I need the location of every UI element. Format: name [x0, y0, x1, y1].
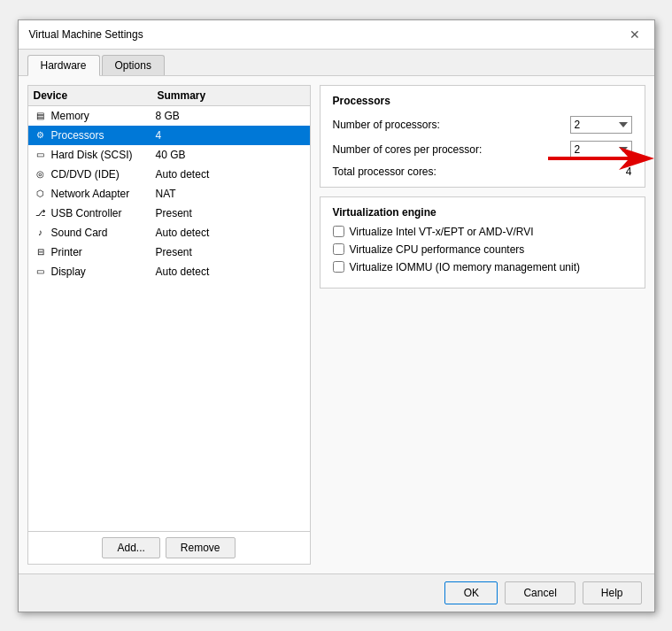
cancel-button[interactable]: Cancel: [505, 581, 575, 604]
device-row-processors[interactable]: ⚙ Processors 4: [28, 126, 310, 145]
device-summary-usb: Present: [156, 207, 305, 219]
add-button[interactable]: Add...: [102, 537, 159, 558]
device-row-printer[interactable]: ⊟ Printer Present: [28, 242, 310, 262]
device-summary-sound: Auto detect: [156, 227, 305, 239]
cpu-perf-label: Virtualize CPU performance counters: [350, 243, 525, 256]
device-table-header: Device Summary: [28, 86, 310, 106]
device-summary-memory: 8 GB: [156, 110, 305, 122]
total-cores-value: 4: [626, 165, 632, 178]
remove-button[interactable]: Remove: [166, 537, 236, 558]
network-icon: ⬡: [34, 187, 48, 201]
num-processors-row: Number of processors: 1 2 4 8: [333, 116, 632, 134]
hard-disk-icon: ▭: [34, 148, 48, 162]
virt-section-title: Virtualization engine: [333, 206, 632, 219]
vt-x-label: Virtualize Intel VT-x/EPT or AMD-V/RVI: [350, 226, 534, 238]
device-name-sound: Sound Card: [51, 227, 156, 239]
ok-button[interactable]: OK: [444, 581, 498, 604]
device-name-display: Display: [51, 265, 156, 278]
processors-section-title: Processors: [333, 95, 632, 107]
device-summary-cdvd: Auto detect: [156, 168, 305, 181]
cores-per-row: Number of cores per processor: 1 2 4 8: [333, 141, 632, 158]
device-row-network[interactable]: ⬡ Network Adapter NAT: [28, 184, 310, 204]
dialog-title: Virtual Machine Settings: [29, 28, 143, 41]
device-row-hard-disk[interactable]: ▭ Hard Disk (SCSI) 40 GB: [28, 145, 310, 165]
device-row-cdvd[interactable]: ◎ CD/DVD (IDE) Auto detect: [28, 165, 310, 184]
close-button[interactable]: ✕: [626, 27, 644, 42]
device-summary-processors: 4: [156, 129, 305, 142]
device-summary-network: NAT: [156, 188, 305, 200]
device-row-usb[interactable]: ⎇ USB Controller Present: [28, 204, 310, 223]
device-name-network: Network Adapter: [51, 188, 156, 200]
num-processors-label: Number of processors:: [333, 119, 570, 131]
sound-icon: ♪: [34, 226, 48, 240]
right-panel: Processors Number of processors: 1 2 4 8…: [320, 85, 645, 565]
device-summary-printer: Present: [156, 246, 305, 258]
tab-hardware[interactable]: Hardware: [27, 55, 100, 76]
device-row-sound[interactable]: ♪ Sound Card Auto detect: [28, 223, 310, 242]
iommu-label: Virtualize IOMMU (IO memory management u…: [350, 261, 581, 273]
total-cores-label: Total processor cores:: [333, 165, 626, 178]
vt-x-row: Virtualize Intel VT-x/EPT or AMD-V/RVI: [333, 226, 632, 238]
memory-icon: ▤: [34, 109, 48, 123]
device-summary-display: Auto detect: [156, 265, 305, 278]
device-summary-hard-disk: 40 GB: [156, 149, 305, 161]
dialog-footer: OK Cancel Help: [19, 573, 654, 612]
device-name-cdvd: CD/DVD (IDE): [51, 168, 156, 181]
device-row-memory[interactable]: ▤ Memory 8 GB: [28, 106, 310, 126]
content-area: Device Summary ▤ Memory 8 GB ⚙ Processor…: [19, 76, 654, 573]
cores-per-label: Number of cores per processor:: [333, 143, 570, 156]
device-name-processors: Processors: [51, 129, 156, 142]
help-button[interactable]: Help: [583, 581, 642, 604]
device-name-usb: USB Controller: [51, 207, 156, 219]
cpu-perf-row: Virtualize CPU performance counters: [333, 243, 632, 256]
virtual-machine-settings-dialog: Virtual Machine Settings ✕ Hardware Opti…: [18, 19, 655, 612]
device-panel-footer: Add... Remove: [28, 531, 310, 564]
num-processors-select[interactable]: 1 2 4 8: [570, 116, 632, 134]
title-bar: Virtual Machine Settings ✕: [19, 20, 654, 50]
cdvd-icon: ◎: [34, 167, 48, 181]
col-header-device: Device: [34, 89, 158, 102]
tab-options[interactable]: Options: [102, 55, 165, 75]
device-name-memory: Memory: [51, 110, 156, 122]
vt-x-checkbox[interactable]: [333, 226, 344, 237]
device-panel: Device Summary ▤ Memory 8 GB ⚙ Processor…: [27, 85, 311, 565]
device-name-printer: Printer: [51, 246, 156, 258]
col-header-summary: Summary: [158, 89, 305, 102]
device-name-hard-disk: Hard Disk (SCSI): [51, 149, 156, 161]
iommu-row: Virtualize IOMMU (IO memory management u…: [333, 261, 632, 273]
device-list: ▤ Memory 8 GB ⚙ Processors 4 ▭ Hard Disk…: [28, 106, 310, 531]
printer-icon: ⊟: [34, 245, 48, 259]
cpu-perf-checkbox[interactable]: [333, 243, 344, 255]
virtualization-section: Virtualization engine Virtualize Intel V…: [320, 196, 645, 289]
iommu-checkbox[interactable]: [333, 261, 344, 273]
display-icon: ▭: [34, 265, 48, 279]
usb-icon: ⎇: [34, 206, 48, 220]
tabs-bar: Hardware Options: [19, 50, 654, 76]
device-row-display[interactable]: ▭ Display Auto detect: [28, 262, 310, 281]
total-cores-row: Total processor cores: 4: [333, 165, 632, 178]
processors-section: Processors Number of processors: 1 2 4 8…: [320, 85, 645, 188]
processors-icon: ⚙: [34, 128, 48, 142]
cores-per-select[interactable]: 1 2 4 8: [570, 141, 632, 158]
